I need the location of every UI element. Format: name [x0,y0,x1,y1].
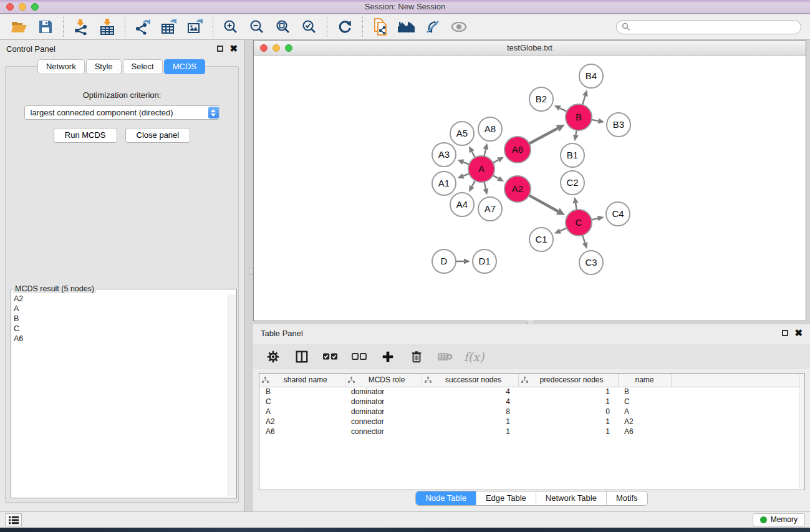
tab-node-table[interactable]: Node Table [416,491,476,505]
table-cell[interactable]: B [259,387,345,397]
minimize-network-button[interactable] [272,44,280,52]
export-image-icon[interactable] [182,16,208,37]
graph-edge[interactable] [472,180,475,186]
column-header[interactable]: shared name [259,374,345,387]
graph-edge[interactable] [582,96,585,105]
table-cell[interactable]: dominator [345,407,422,417]
result-item[interactable]: A [14,304,236,314]
graph-edge[interactable] [582,235,585,243]
graph-edge[interactable] [576,203,577,210]
deselect-all-icon[interactable] [352,349,367,364]
close-table-panel-icon[interactable]: ✖ [794,330,803,336]
float-table-panel-icon[interactable] [782,330,788,336]
zoom-fit-icon[interactable] [270,16,296,37]
network-window-titlebar[interactable]: testGlobe.txt [254,41,806,56]
delete-table-icon[interactable] [438,349,453,364]
result-item[interactable]: C [14,324,236,334]
graph-edge[interactable] [576,130,576,135]
graph-edge[interactable] [591,218,597,220]
delete-column-icon[interactable] [409,349,424,364]
zoom-out-icon[interactable] [244,16,270,37]
graph-edge[interactable] [529,128,558,143]
import-table-icon[interactable] [94,16,120,37]
table-cell[interactable]: 1 [518,427,618,437]
table-cell[interactable]: connector [345,427,422,437]
table-cell[interactable]: dominator [345,387,422,397]
table-cell[interactable]: connector [345,417,422,427]
table-cell[interactable]: C [618,397,671,407]
network-graph[interactable]: B4B2BB3A5A8A6A3B1AA1C2A2A4A7CC4C1C3DD1 [254,56,806,321]
table-row[interactable]: Adominator80A [259,407,804,417]
table-cell[interactable]: A6 [618,427,671,437]
table-cell[interactable]: A6 [259,427,345,437]
node-table[interactable]: shared nameMCDS rolesuccessor nodesprede… [259,373,805,490]
table-row[interactable]: A6connector11A6 [259,427,804,437]
tab-network[interactable]: Network [37,59,85,74]
zoom-in-icon[interactable] [218,16,244,37]
tab-select[interactable]: Select [123,59,163,74]
table-cell[interactable]: 1 [422,417,518,427]
search-input-container[interactable] [616,20,801,34]
table-row[interactable]: Bdominator41B [259,387,804,397]
graphics-details-icon[interactable] [420,16,446,37]
table-cell[interactable]: 4 [422,397,518,407]
table-cell[interactable]: 1 [422,427,518,437]
columns-icon[interactable] [294,349,309,364]
refresh-icon[interactable] [332,16,358,37]
memory-button[interactable]: Memory [753,513,805,526]
float-panel-icon[interactable] [217,46,223,52]
zoom-window-button[interactable] [31,3,39,11]
close-panel-icon[interactable]: ✖ [229,46,238,52]
table-cell[interactable]: A [259,407,345,417]
tab-mcds[interactable]: MCDS [164,59,205,74]
graph-edge[interactable] [484,182,485,189]
graph-edge[interactable] [493,160,499,163]
vertical-splitter-handle[interactable] [249,268,253,275]
graph-edge[interactable] [560,108,567,112]
tab-motifs[interactable]: Motifs [607,491,647,505]
table-cell[interactable]: 1 [518,417,618,427]
graph-edge[interactable] [472,152,475,158]
column-header[interactable]: MCDS role [345,374,422,387]
table-cell[interactable]: 1 [518,397,618,407]
graph-edge[interactable] [529,195,557,211]
minimize-window-button[interactable] [19,3,26,11]
table-cell[interactable]: B [618,387,671,397]
run-mcds-button[interactable]: Run MCDS [54,128,117,143]
table-cell[interactable]: 0 [518,407,618,417]
column-header[interactable]: name [618,374,671,387]
table-row[interactable]: Cdominator41C [259,397,804,407]
criterion-dropdown[interactable]: largest connected component (directed) [24,105,220,120]
tab-network-table[interactable]: Network Table [536,491,607,505]
open-session-icon[interactable] [6,16,32,37]
function-builder-icon[interactable]: f(x) [466,349,481,364]
copy-network-icon[interactable] [367,16,393,37]
result-item[interactable]: B [14,314,236,324]
add-column-icon[interactable] [380,349,395,364]
graph-edge[interactable] [484,149,485,156]
export-table-icon[interactable] [156,16,182,37]
table-cell[interactable]: dominator [345,397,422,407]
table-cell[interactable]: C [259,397,345,407]
close-panel-button[interactable]: Close panel [125,128,191,143]
column-header[interactable]: predecessor nodes [518,374,618,387]
graph-edge[interactable] [493,175,498,178]
graph-edge[interactable] [463,174,470,177]
table-cell[interactable]: A2 [259,417,345,427]
tab-edge-table[interactable]: Edge Table [476,491,536,505]
tab-style[interactable]: Style [86,59,122,74]
search-input[interactable] [634,22,796,31]
close-window-button[interactable] [6,3,14,11]
result-item[interactable]: A6 [14,334,236,344]
table-scrollbar[interactable] [799,374,804,489]
table-row[interactable]: A2connector11A2 [259,417,804,427]
task-history-button[interactable] [5,513,22,526]
graph-edge[interactable] [560,228,567,231]
zoom-selected-icon[interactable] [296,16,322,37]
result-scrollbar[interactable] [228,294,236,496]
table-cell[interactable]: 1 [518,387,618,397]
network-canvas[interactable]: B4B2BB3A5A8A6A3B1AA1C2A2A4A7CC4C1C3DD1 [254,56,806,321]
import-network-icon[interactable] [68,16,94,37]
table-cell[interactable]: 4 [422,387,518,397]
show-hide-icon[interactable] [446,16,472,37]
